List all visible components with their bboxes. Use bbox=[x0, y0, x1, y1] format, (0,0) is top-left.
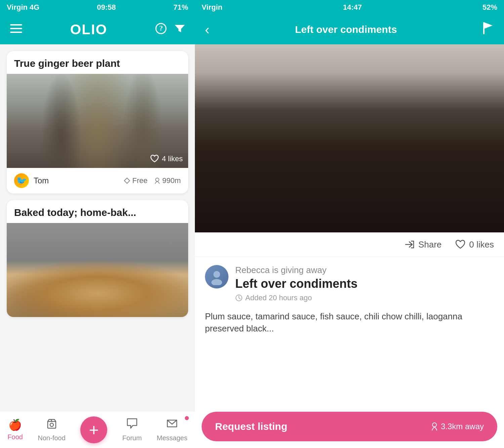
nav-item-forum[interactable]: Forum bbox=[122, 417, 142, 442]
request-btn-label: Request listing bbox=[215, 421, 287, 432]
share-label: Share bbox=[418, 239, 442, 250]
add-icon: + bbox=[89, 421, 99, 438]
nav-item-food[interactable]: 🍎 Food bbox=[7, 418, 23, 441]
card1-avatar: 🐦 bbox=[14, 173, 29, 188]
time-added: Added 20 hours ago bbox=[235, 294, 494, 302]
add-button[interactable]: + bbox=[80, 416, 107, 443]
card1-likes: 4 likes bbox=[162, 154, 183, 163]
right-battery: 52% bbox=[482, 3, 497, 12]
description-text: Plum sauce, tamarind sauce, fish sauce, … bbox=[205, 310, 494, 335]
right-status-bar: Virgin 14:47 52% bbox=[195, 0, 504, 15]
left-carrier: Virgin 4G bbox=[7, 3, 39, 12]
likes-overlay: 4 likes bbox=[150, 154, 183, 163]
condiments-overlay bbox=[195, 44, 504, 232]
right-nav-bar: ‹ Left over condiments bbox=[195, 15, 504, 44]
request-btn-distance: 3.3km away bbox=[431, 422, 484, 431]
svg-point-8 bbox=[156, 178, 159, 181]
svg-marker-5 bbox=[175, 25, 185, 32]
food-icon: 🍎 bbox=[8, 418, 22, 431]
left-battery: 71% bbox=[173, 3, 188, 12]
likes-label: 0 likes bbox=[469, 239, 494, 250]
menu-icon[interactable] bbox=[10, 24, 22, 35]
ginger-beer-image bbox=[7, 74, 188, 168]
right-avatar bbox=[205, 265, 228, 288]
right-actions: Share 0 likes bbox=[195, 232, 504, 257]
left-time: 09:58 bbox=[97, 3, 116, 12]
page-title: Left over condiments bbox=[295, 24, 397, 35]
svg-rect-1 bbox=[10, 28, 22, 29]
right-time: 14:47 bbox=[343, 3, 362, 12]
svg-point-9 bbox=[213, 271, 220, 278]
listing-card-2[interactable]: Baked today; home-bak... bbox=[7, 200, 188, 317]
right-user-row: Rebecca is giving away Left over condime… bbox=[205, 265, 494, 302]
nav-item-nonfood[interactable]: Non-food bbox=[38, 417, 66, 442]
app-logo: OLIO bbox=[70, 21, 108, 38]
listing-title: Left over condiments bbox=[235, 277, 494, 291]
svg-rect-0 bbox=[10, 24, 22, 26]
food-label: Food bbox=[7, 433, 23, 441]
card1-title: True ginger beer plant bbox=[7, 51, 188, 74]
user-detail-col: Rebecca is giving away Left over condime… bbox=[235, 265, 494, 302]
nonfood-icon bbox=[46, 417, 58, 432]
forum-icon bbox=[126, 417, 138, 432]
owner-text: Rebecca is giving away bbox=[235, 265, 494, 275]
likes-button[interactable]: 0 likes bbox=[455, 239, 494, 250]
messages-icon bbox=[166, 417, 178, 432]
svg-point-10 bbox=[211, 279, 222, 285]
svg-point-13 bbox=[432, 423, 436, 427]
left-status-bar: Virgin 4G 09:58 71% bbox=[0, 0, 195, 15]
share-button[interactable]: Share bbox=[404, 239, 442, 250]
card2-image bbox=[7, 223, 188, 317]
card2-title: Baked today; home-bak... bbox=[7, 200, 188, 223]
svg-rect-2 bbox=[10, 32, 22, 33]
right-content: Rebecca is giving away Left over condime… bbox=[195, 257, 504, 343]
right-panel: Share 0 likes Rebecca is giving away Lef… bbox=[195, 44, 504, 448]
card1-footer: 🐦 Tom Free 990m bbox=[7, 168, 188, 193]
left-panel: True ginger beer plant 4 likes 🐦 Tom bbox=[0, 44, 195, 411]
nonfood-label: Non-food bbox=[38, 434, 66, 442]
left-nav-bar: OLIO ? bbox=[0, 15, 195, 44]
bottom-nav: 🍎 Food Non-food + Forum bbox=[0, 411, 195, 448]
right-carrier: Virgin bbox=[202, 3, 222, 12]
request-listing-button[interactable]: Request listing 3.3km away bbox=[202, 412, 497, 441]
card1-image: 4 likes bbox=[7, 74, 188, 168]
bread-image bbox=[7, 223, 188, 317]
card1-meta: Free 990m bbox=[124, 176, 181, 185]
card1-distance: 990m bbox=[154, 176, 181, 185]
card1-price: Free bbox=[124, 176, 148, 185]
forum-label: Forum bbox=[122, 434, 142, 442]
filter-icon[interactable] bbox=[175, 24, 185, 36]
back-icon[interactable]: ‹ bbox=[205, 22, 209, 37]
card1-username: Tom bbox=[34, 176, 119, 185]
nav-item-messages[interactable]: Messages bbox=[157, 417, 187, 442]
svg-text:?: ? bbox=[159, 24, 163, 32]
flag-icon[interactable] bbox=[482, 22, 494, 37]
svg-marker-6 bbox=[484, 22, 493, 29]
nav-icons: ? bbox=[155, 23, 185, 37]
messages-label: Messages bbox=[157, 434, 187, 442]
condiments-image bbox=[195, 44, 504, 232]
listing-card-1[interactable]: True ginger beer plant 4 likes 🐦 Tom bbox=[7, 51, 188, 193]
svg-point-12 bbox=[50, 423, 53, 427]
help-icon[interactable]: ? bbox=[155, 23, 167, 37]
svg-rect-7 bbox=[483, 22, 485, 34]
